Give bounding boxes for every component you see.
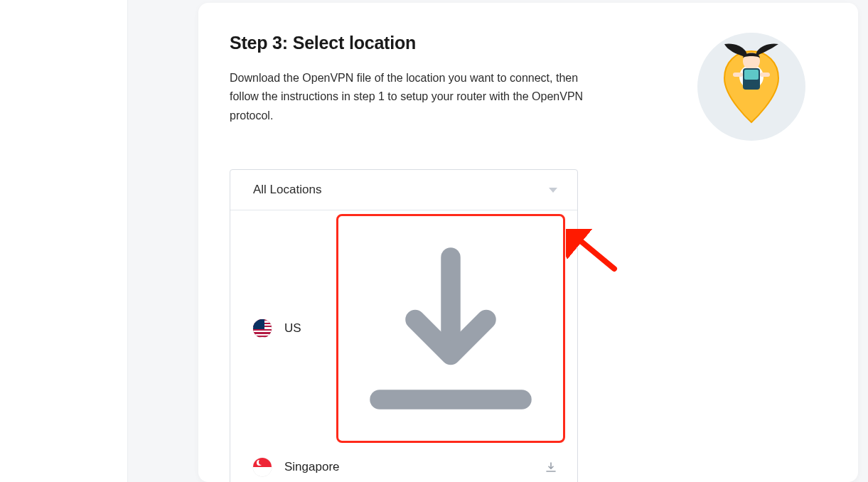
download-icon[interactable] (344, 222, 557, 435)
location-row-us[interactable]: US (230, 210, 577, 446)
step-card: Step 3: Select location Download the Ope… (198, 3, 858, 482)
flag-sg-icon (253, 458, 272, 476)
locations-dropdown-label: All Locations (253, 183, 321, 197)
step-description: Download the OpenVPN file of the locatio… (230, 69, 585, 125)
location-name: Singapore (284, 460, 545, 474)
location-illustration (697, 33, 805, 141)
step-title: Step 3: Select location (230, 33, 585, 53)
svg-rect-3 (744, 70, 759, 80)
map-pin-icon (720, 48, 783, 125)
download-icon[interactable] (545, 461, 557, 473)
download-button-highlight (336, 214, 565, 443)
svg-rect-5 (760, 73, 770, 77)
chevron-down-icon (549, 188, 557, 193)
svg-rect-4 (733, 73, 743, 77)
step-header: Step 3: Select location Download the Ope… (230, 33, 827, 141)
sidebar-placeholder (0, 0, 128, 482)
locations-dropdown[interactable]: All Locations (230, 170, 577, 210)
flag-us-icon (253, 319, 272, 338)
locations-panel: All Locations US Singapore UK (230, 169, 578, 482)
location-name: US (284, 321, 344, 336)
location-row-singapore[interactable]: Singapore (230, 446, 577, 482)
step-header-text: Step 3: Select location Download the Ope… (230, 33, 585, 125)
